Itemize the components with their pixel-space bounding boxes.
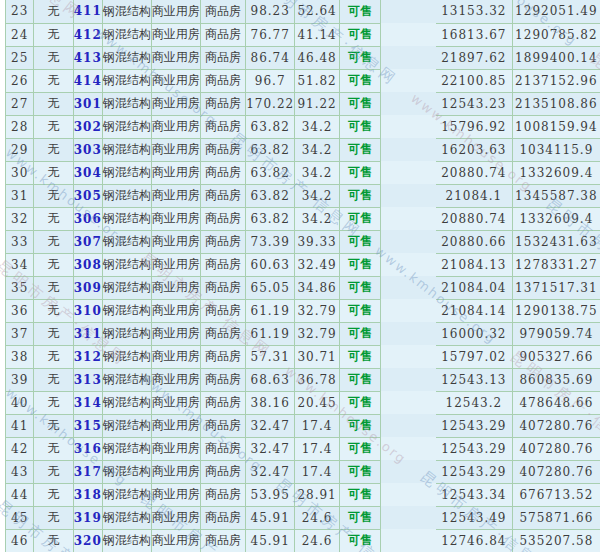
unit-number-link[interactable]: 312 [74, 350, 102, 364]
built-area-cell: 61.19 [246, 322, 295, 345]
empty-spacer-cell [380, 483, 436, 506]
property-type-cell: 商品房 [200, 161, 245, 184]
structure-cell: 钢混结构 [102, 506, 151, 529]
row-number: 42 [6, 437, 34, 460]
unit-number-link[interactable]: 304 [74, 166, 102, 180]
property-type-cell: 商品房 [200, 414, 245, 437]
mortgage-status-cell: 无 [34, 322, 73, 345]
unit-price-cell: 20880.74 [436, 207, 512, 230]
table-body: 23 无 411 钢混结构 商业用房 商品房 98.23 52.64 可售 13… [6, 0, 600, 552]
unit-number-link[interactable]: 320 [74, 534, 102, 548]
unit-number-link[interactable]: 303 [74, 143, 102, 157]
total-price-cell: 979059.74 [512, 322, 600, 345]
mortgage-status-cell: 无 [34, 46, 73, 69]
unit-number-link[interactable]: 414 [74, 74, 102, 88]
unit-number-cell: 315 [73, 414, 102, 437]
unit-number-link[interactable]: 411 [74, 4, 102, 18]
structure-cell: 钢混结构 [102, 345, 151, 368]
unit-price-cell: 12543.23 [436, 92, 512, 115]
usage-cell: 商业用房 [151, 69, 200, 92]
total-price-cell: 407280.76 [512, 414, 600, 437]
unit-price-cell: 15796.92 [436, 115, 512, 138]
inner-area-cell: 17.4 [295, 414, 340, 437]
unit-price-cell: 12543.29 [436, 460, 512, 483]
inner-area-cell: 41.14 [295, 23, 340, 46]
sale-status-cell: 可售 [339, 483, 380, 506]
unit-price-cell: 12543.29 [436, 437, 512, 460]
unit-number-link[interactable]: 413 [74, 51, 102, 65]
empty-spacer-cell [380, 506, 436, 529]
inner-area-cell: 20.45 [295, 391, 340, 414]
property-type-cell: 商品房 [200, 23, 245, 46]
unit-number-cell: 314 [73, 391, 102, 414]
built-area-cell: 45.91 [246, 529, 295, 552]
usage-cell: 商业用房 [151, 483, 200, 506]
table-row: 38 无 312 钢混结构 商业用房 商品房 57.31 30.71 可售 15… [6, 345, 600, 368]
total-price-cell: 1278331.27 [512, 253, 600, 276]
unit-number-cell: 304 [73, 161, 102, 184]
sale-status-badge: 可售 [348, 73, 372, 87]
unit-number-cell: 316 [73, 437, 102, 460]
inner-area-cell: 32.49 [295, 253, 340, 276]
property-type-cell: 商品房 [200, 207, 245, 230]
property-type-cell: 商品房 [200, 529, 245, 552]
unit-number-link[interactable]: 305 [74, 189, 102, 203]
row-number: 31 [6, 184, 34, 207]
unit-number-link[interactable]: 316 [74, 442, 102, 456]
unit-number-link[interactable]: 306 [74, 212, 102, 226]
unit-number-cell: 414 [73, 69, 102, 92]
unit-number-cell: 305 [73, 184, 102, 207]
built-area-cell: 61.19 [246, 299, 295, 322]
unit-number-cell: 320 [73, 529, 102, 552]
unit-number-link[interactable]: 307 [74, 235, 102, 249]
unit-price-cell: 13153.32 [436, 0, 512, 23]
usage-cell: 商业用房 [151, 138, 200, 161]
unit-number-link[interactable]: 309 [74, 281, 102, 295]
unit-number-link[interactable]: 319 [74, 511, 102, 525]
property-type-cell: 商品房 [200, 483, 245, 506]
sale-status-badge: 可售 [348, 4, 372, 18]
empty-spacer-cell [380, 46, 436, 69]
usage-cell: 商业用房 [151, 460, 200, 483]
built-area-cell: 60.63 [246, 253, 295, 276]
sale-status-cell: 可售 [339, 230, 380, 253]
unit-number-link[interactable]: 311 [74, 327, 102, 341]
unit-number-link[interactable]: 313 [74, 373, 102, 387]
empty-spacer-cell [380, 207, 436, 230]
unit-number-link[interactable]: 315 [74, 419, 102, 433]
unit-number-link[interactable]: 318 [74, 488, 102, 502]
unit-number-link[interactable]: 310 [74, 304, 102, 318]
unit-number-link[interactable]: 412 [74, 28, 102, 42]
inner-area-cell: 39.33 [295, 230, 340, 253]
table-row: 29 无 303 钢混结构 商业用房 商品房 63.82 34.2 可售 162… [6, 138, 600, 161]
row-number: 34 [6, 253, 34, 276]
unit-price-cell: 20880.74 [436, 161, 512, 184]
table-row: 46 无 320 钢混结构 商业用房 商品房 45.91 24.6 可售 127… [6, 529, 600, 552]
mortgage-status-cell: 无 [34, 92, 73, 115]
sale-status-badge: 可售 [348, 188, 372, 202]
sale-status-badge: 可售 [348, 96, 372, 110]
sale-status-badge: 可售 [348, 533, 372, 547]
mortgage-status-cell: 无 [34, 414, 73, 437]
unit-number-cell: 307 [73, 230, 102, 253]
property-type-cell: 商品房 [200, 46, 245, 69]
total-price-cell: 676713.52 [512, 483, 600, 506]
unit-number-link[interactable]: 302 [74, 120, 102, 134]
unit-number-link[interactable]: 308 [74, 258, 102, 272]
mortgage-status-cell: 无 [34, 23, 73, 46]
sale-status-badge: 可售 [348, 464, 372, 478]
unit-price-cell: 22100.85 [436, 69, 512, 92]
built-area-cell: 98.23 [246, 0, 295, 23]
sale-status-badge: 可售 [348, 326, 372, 340]
property-type-cell: 商品房 [200, 0, 245, 23]
unit-number-link[interactable]: 301 [74, 97, 102, 111]
mortgage-status-cell: 无 [34, 483, 73, 506]
usage-cell: 商业用房 [151, 253, 200, 276]
sale-status-cell: 可售 [339, 276, 380, 299]
unit-number-link[interactable]: 314 [74, 396, 102, 410]
mortgage-status-cell: 无 [34, 161, 73, 184]
unit-number-link[interactable]: 317 [74, 465, 102, 479]
unit-number-cell: 306 [73, 207, 102, 230]
empty-spacer-cell [380, 184, 436, 207]
unit-price-cell: 15797.02 [436, 345, 512, 368]
